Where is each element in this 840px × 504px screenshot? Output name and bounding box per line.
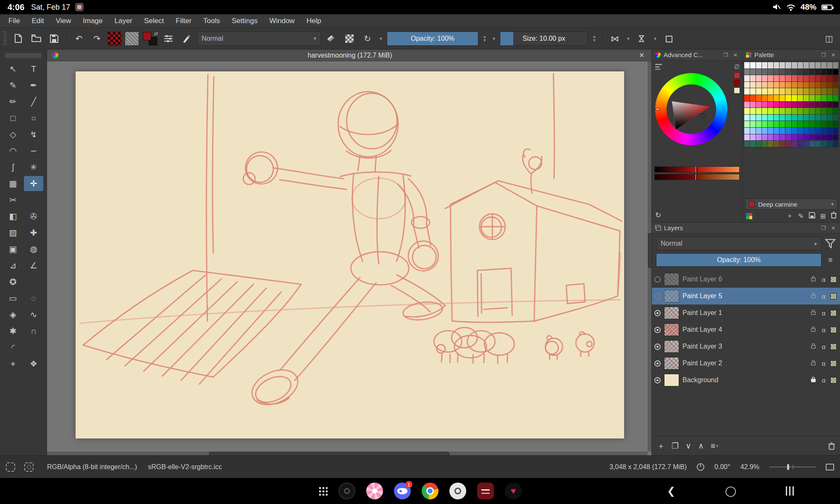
tool-pattern-edit[interactable]: ▨ — [3, 225, 23, 240]
palette-swatch[interactable] — [744, 141, 750, 147]
tool-rect-select[interactable]: ▭ — [3, 291, 23, 306]
palette-swatch[interactable] — [821, 88, 827, 94]
palette-swatch[interactable] — [762, 121, 767, 127]
swap-colors-icon[interactable]: ⇄ — [154, 31, 158, 37]
palette-swatch[interactable] — [744, 69, 750, 75]
layer-visibility-toggle[interactable] — [654, 360, 661, 367]
palette-swatch[interactable] — [827, 69, 832, 75]
selector-shape-icon[interactable] — [655, 64, 662, 70]
palette-swatch[interactable] — [762, 102, 767, 108]
layer-alpha-channel-icon[interactable] — [830, 327, 837, 333]
palette-swatch[interactable] — [815, 115, 821, 121]
palette-swatch[interactable] — [833, 134, 838, 141]
tool-magnetic-select[interactable]: ∩ — [24, 323, 43, 339]
alpha-lock-toggle[interactable]: α — [820, 360, 827, 367]
tool-calligraphy[interactable]: ✒ — [24, 78, 43, 93]
layer-alpha-channel-icon[interactable] — [830, 293, 837, 299]
tool-color-sampler[interactable]: ✇ — [24, 209, 43, 224]
palette-swatch[interactable] — [809, 95, 815, 101]
palette-swatch[interactable] — [792, 134, 797, 141]
tool-crop[interactable]: ✂ — [3, 192, 23, 207]
palette-swatch[interactable] — [750, 95, 756, 101]
palette-swatch[interactable] — [809, 108, 815, 114]
palette-swatch[interactable] — [768, 134, 773, 141]
camera-app-icon[interactable] — [339, 483, 355, 499]
layer-row-paint-layer-2[interactable]: Paint Layer 2α — [652, 355, 840, 372]
back-button[interactable]: ❮ — [667, 485, 675, 497]
palette-swatch[interactable] — [821, 141, 827, 147]
layer-thumbnail[interactable] — [664, 374, 679, 386]
brush-settings-button[interactable] — [161, 31, 176, 46]
palette-swatch[interactable] — [815, 75, 821, 81]
palette-swatch[interactable] — [833, 102, 838, 108]
palette-swatch[interactable] — [798, 108, 803, 114]
palette-swatch[interactable] — [768, 102, 773, 108]
palette-swatch[interactable] — [798, 134, 803, 141]
float-dock-button[interactable]: ❐ — [820, 52, 827, 58]
float-dock-button[interactable]: ❐ — [820, 225, 827, 231]
tool-polygon-select[interactable]: ◈ — [3, 307, 23, 322]
palette-swatch[interactable] — [762, 75, 767, 81]
zoom-slider-thumb[interactable] — [787, 464, 789, 470]
move-layer-up-button[interactable]: ∧ — [698, 441, 704, 451]
palette-swatch[interactable] — [827, 75, 832, 81]
layer-row-background[interactable]: Backgroundα — [652, 372, 840, 388]
layer-row-paint-layer-6[interactable]: Paint Layer 6α — [652, 271, 840, 288]
palette-swatch[interactable] — [750, 108, 756, 114]
palette-swatch[interactable] — [756, 128, 761, 134]
palette-swatch[interactable] — [827, 95, 832, 101]
palette-swatch[interactable] — [833, 128, 838, 134]
palette-swatch[interactable] — [827, 141, 832, 147]
palette-swatch[interactable] — [785, 115, 791, 121]
palette-view-button[interactable]: ⊞ — [820, 212, 826, 220]
layer-visibility-toggle[interactable] — [654, 327, 661, 333]
palette-swatch[interactable] — [780, 95, 785, 101]
layer-lock-toggle[interactable] — [810, 359, 817, 368]
palette-swatch[interactable] — [774, 134, 779, 141]
palette-swatch[interactable] — [827, 102, 832, 108]
close-dock-button[interactable]: ✕ — [732, 52, 739, 58]
palette-swatch[interactable] — [827, 108, 832, 114]
preserve-alpha-button[interactable] — [342, 31, 357, 46]
shade-selector[interactable] — [654, 166, 740, 181]
palette-swatch[interactable] — [827, 82, 832, 88]
layer-row-paint-layer-4[interactable]: Paint Layer 4α — [652, 321, 840, 338]
tool-smart-patch[interactable]: ✚ — [24, 225, 43, 240]
palette-swatch[interactable] — [768, 115, 773, 121]
layer-visibility-toggle[interactable] — [654, 344, 661, 350]
palette-swatch[interactable] — [815, 95, 821, 101]
palette-swatch[interactable] — [792, 95, 797, 101]
tool-dynamic-brush[interactable]: ʃ — [3, 160, 23, 175]
layer-alpha-channel-icon[interactable] — [830, 360, 837, 367]
palette-swatch[interactable] — [774, 102, 779, 108]
tool-freehand-brush[interactable]: ✏ — [3, 94, 23, 109]
palette-swatch[interactable] — [768, 75, 773, 81]
chevron-down-icon[interactable]: ▾ — [652, 36, 658, 42]
undo-button[interactable]: ↶ — [71, 31, 87, 46]
layer-opacity-slider[interactable]: Opacity: 100% — [656, 253, 822, 267]
palette-swatch[interactable] — [809, 62, 815, 68]
palette-swatch[interactable] — [756, 82, 761, 88]
palette-swatch[interactable] — [821, 82, 827, 88]
palette-swatch[interactable] — [780, 128, 785, 134]
palette-swatch[interactable] — [833, 95, 838, 101]
gradient-chooser[interactable] — [108, 32, 122, 46]
palette-swatch[interactable] — [744, 121, 750, 127]
layer-options-icon[interactable]: ≡ — [825, 256, 836, 265]
palette-swatch[interactable] — [803, 88, 809, 94]
layer-visibility-toggle[interactable] — [654, 276, 661, 283]
palette-swatch[interactable] — [821, 121, 827, 127]
palette-swatch[interactable] — [756, 69, 761, 75]
mirror-horizontal-button[interactable]: ⋈ — [607, 31, 622, 46]
palette-swatch[interactable] — [815, 69, 821, 75]
palette-swatch[interactable] — [750, 62, 756, 68]
layer-alpha-channel-icon[interactable] — [830, 377, 837, 383]
palette-swatch[interactable] — [750, 141, 756, 147]
palette-swatch[interactable] — [809, 75, 815, 81]
palette-swatch[interactable] — [833, 82, 838, 88]
tool-bezier-select[interactable]: ◜ — [3, 340, 23, 355]
health-app-icon[interactable]: ♥ — [505, 483, 522, 499]
photo-editor-app-icon[interactable] — [449, 483, 466, 499]
palette-swatch[interactable] — [803, 128, 809, 134]
vertical-scrollbar[interactable] — [648, 61, 651, 452]
